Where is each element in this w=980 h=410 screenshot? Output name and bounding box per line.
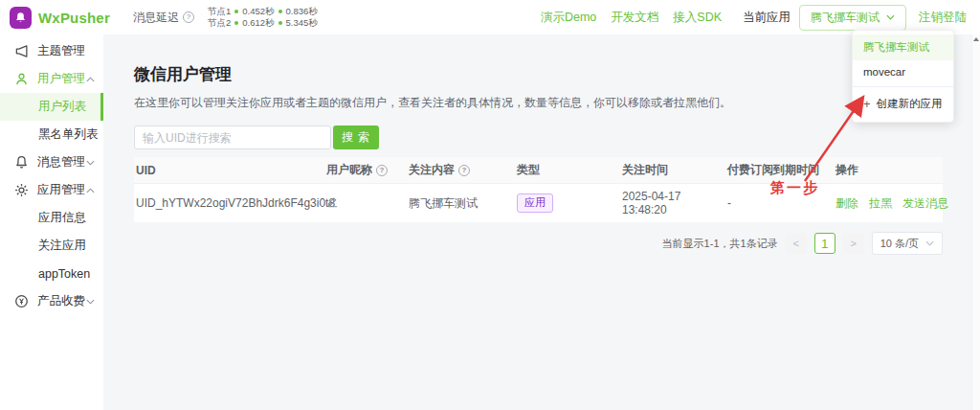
chevron-down-icon	[86, 160, 95, 166]
create-new-app-item[interactable]: + 创建新的应用	[853, 90, 953, 118]
current-page-button[interactable]: 1	[814, 233, 835, 254]
message-delay-label: 消息延迟	[133, 10, 179, 26]
megaphone-icon	[14, 44, 29, 58]
search-bar: 搜 索	[134, 125, 971, 149]
fee-circle-icon	[14, 294, 29, 308]
page-description: 在这里你可以管理关注你应用或者主题的微信用户，查看关注者的具体情况，数量等信息，…	[134, 95, 971, 111]
nav-link-docs[interactable]: 开发文档	[611, 10, 658, 26]
page-size-select[interactable]: 10 条/页	[872, 232, 943, 255]
pagination-summary: 当前显示1-1，共1条记录	[662, 237, 778, 251]
logo[interactable]: WxPusher	[10, 7, 110, 29]
help-icon[interactable]: ?	[458, 165, 470, 176]
col-header-type: 类型	[517, 162, 622, 178]
node2-label: 节点2	[208, 17, 231, 29]
status-dot-icon	[234, 10, 238, 13]
scroll-up-icon	[973, 37, 979, 41]
app-dropdown-menu: 腾飞挪车测试 movecar + 创建新的应用	[852, 30, 954, 123]
edit-nickname-icon[interactable]	[326, 195, 339, 208]
bell-logo-icon	[10, 7, 32, 29]
cell-uid: UID_hYTWx22ogiV72BhJdrk6F4g3i0t8	[136, 196, 326, 210]
create-new-app-label: 创建新的应用	[877, 97, 943, 111]
sidebar-item-label: appToken	[38, 267, 90, 281]
chevron-down-icon	[925, 240, 934, 246]
col-header-uid: UID	[136, 164, 326, 177]
type-badge: 应用	[517, 194, 553, 212]
sidebar-item-label: 主题管理	[37, 43, 85, 59]
block-link[interactable]: 拉黑	[869, 195, 892, 212]
chevron-up-icon	[86, 188, 95, 194]
node1-latency-b: 0.836秒	[286, 6, 318, 17]
sidebar-item-blacklist[interactable]: 黑名单列表	[0, 121, 103, 148]
sidebar-item-user-list[interactable]: 用户列表	[0, 93, 103, 121]
node1-status: 节点1 0.452秒 0.836秒	[208, 6, 318, 17]
page-title: 微信用户管理	[134, 63, 971, 85]
sidebar-item-label: 消息管理	[37, 154, 85, 171]
sidebar-item-apptoken[interactable]: appToken	[0, 260, 103, 287]
row-actions: 删除 拉黑 发送消息	[835, 195, 948, 212]
next-page-button[interactable]: >	[843, 233, 864, 254]
user-table: UID 用户昵称 ? 关注内容 ? 类型 关注时间 付费订阅到期时间 操作 UI…	[134, 157, 943, 222]
sidebar: 主题管理 用户管理 用户列表 黑名单列表 消息管理 应用管理 应用信息 关注应用…	[0, 34, 103, 410]
cell-follow-content: 腾飞挪车测试	[409, 195, 517, 212]
help-icon[interactable]: ?	[376, 165, 388, 176]
col-header-follow-time: 关注时间	[622, 162, 727, 178]
scrollbar[interactable]	[971, 34, 980, 410]
cell-paid-expire: -	[727, 196, 835, 210]
page-size-value: 10 条/页	[880, 237, 919, 251]
col-header-content: 关注内容 ?	[409, 162, 517, 178]
logout-link[interactable]: 注销登陆	[919, 10, 967, 26]
sidebar-item-user-management[interactable]: 用户管理	[0, 65, 103, 93]
sidebar-item-product-pricing[interactable]: 产品收费	[0, 287, 103, 315]
step-annotation: 第一步	[770, 179, 819, 197]
dropdown-divider	[853, 86, 953, 87]
uid-search-input[interactable]	[134, 125, 331, 149]
prev-page-button[interactable]: <	[786, 233, 807, 254]
node2-latency-b: 5.345秒	[286, 17, 318, 29]
chevron-up-icon	[86, 77, 95, 82]
sidebar-item-followed-apps[interactable]: 关注应用	[0, 232, 103, 260]
sidebar-item-label: 用户管理	[37, 71, 85, 87]
node1-label: 节点1	[208, 6, 231, 17]
nav-link-sdk[interactable]: 接入SDK	[673, 10, 722, 26]
sidebar-item-label: 应用信息	[38, 210, 86, 226]
top-header: WxPusher 消息延迟 ? 节点1 0.452秒 0.836秒 节点2 0.…	[0, 0, 980, 34]
main-content: 微信用户管理 在这里你可以管理关注你应用或者主题的微信用户，查看关注者的具体情况…	[103, 34, 971, 410]
node-latency-status: 节点1 0.452秒 0.836秒 节点2 0.612秒 5.345秒	[208, 6, 318, 29]
sidebar-item-label: 产品收费	[37, 293, 85, 309]
sidebar-item-topic-management[interactable]: 主题管理	[0, 37, 103, 65]
send-message-link[interactable]: 发送消息	[902, 195, 948, 212]
current-app-value: 腾飞挪车测试	[811, 10, 880, 26]
user-icon	[14, 72, 29, 86]
chevron-down-icon	[86, 299, 95, 305]
status-dot-icon	[278, 10, 282, 13]
search-button[interactable]: 搜 索	[333, 125, 379, 149]
cell-follow-time: 2025-04-17 13:48:20	[622, 190, 727, 216]
node2-latency-a: 0.612秒	[242, 17, 274, 29]
nav-link-demo[interactable]: 演示Demo	[541, 10, 596, 26]
plus-icon: +	[863, 98, 871, 110]
sidebar-item-app-management[interactable]: 应用管理	[0, 176, 103, 204]
col-header-paid-expire: 付费订阅到期时间	[727, 162, 835, 178]
table-header-row: UID 用户昵称 ? 关注内容 ? 类型 关注时间 付费订阅到期时间 操作	[134, 157, 943, 184]
sidebar-item-message-management[interactable]: 消息管理	[0, 148, 103, 176]
col-header-nickname: 用户昵称 ?	[326, 162, 409, 178]
status-dot-icon	[278, 21, 282, 25]
sidebar-item-label: 关注应用	[38, 238, 86, 254]
node1-latency-a: 0.452秒	[242, 6, 274, 17]
gear-icon	[14, 183, 29, 197]
current-app-select[interactable]: 腾飞挪车测试	[799, 5, 906, 31]
bell-icon	[14, 155, 29, 170]
dropdown-item-app2[interactable]: movecar	[853, 60, 953, 83]
chevron-down-icon	[886, 14, 895, 20]
help-icon[interactable]: ?	[183, 11, 194, 23]
pagination: 当前显示1-1，共1条记录 < 1 > 10 条/页	[134, 232, 943, 255]
delete-link[interactable]: 删除	[835, 195, 858, 212]
dropdown-item-app1[interactable]: 腾飞挪车测试	[853, 34, 953, 60]
status-dot-icon	[234, 21, 238, 25]
col-header-actions: 操作	[835, 162, 943, 178]
sidebar-item-label: 应用管理	[37, 182, 85, 198]
brand-name: WxPusher	[38, 10, 110, 26]
sidebar-item-app-info[interactable]: 应用信息	[0, 204, 103, 232]
sidebar-item-label: 黑名单列表	[38, 126, 99, 143]
node2-status: 节点2 0.612秒 5.345秒	[208, 17, 318, 29]
